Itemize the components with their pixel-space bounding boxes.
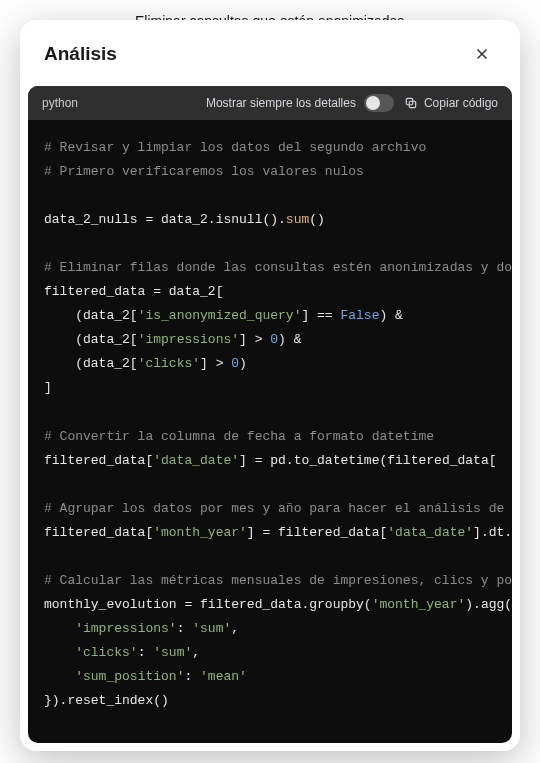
details-label: Mostrar siempre los detalles bbox=[206, 96, 356, 110]
code-line bbox=[44, 645, 75, 660]
code-string: 'impressions' bbox=[138, 332, 239, 347]
code-string: 'impressions' bbox=[75, 621, 176, 636]
code-line: (data_2[ bbox=[44, 332, 138, 347]
code-string: 'month_year' bbox=[372, 597, 466, 612]
details-toggle-group: Mostrar siempre los detalles bbox=[206, 94, 394, 112]
code-string: 'data_date' bbox=[153, 453, 239, 468]
code-comment: # Eliminar filas donde las consultas est… bbox=[44, 260, 512, 275]
code-num: 0 bbox=[231, 356, 239, 371]
code-comment: # Primero verificaremos los valores nulo… bbox=[44, 164, 364, 179]
copy-label: Copiar código bbox=[424, 96, 498, 110]
code-line: }).reset_index() bbox=[44, 693, 169, 708]
code-comment: # Convertir la columna de fecha a format… bbox=[44, 429, 434, 444]
code-string: 'sum_position' bbox=[75, 669, 184, 684]
code-line: ] bbox=[44, 380, 52, 395]
code-string: 'data_date' bbox=[387, 525, 473, 540]
code-string: 'clicks' bbox=[75, 645, 137, 660]
code-line: ] == bbox=[301, 308, 340, 323]
code-line: ] > bbox=[200, 356, 231, 371]
code-builtin: sum bbox=[286, 212, 309, 227]
code-line: filtered_data[ bbox=[44, 525, 153, 540]
code-num: 0 bbox=[270, 332, 278, 347]
code-toolbar: python Mostrar siempre los detalles Copi… bbox=[28, 86, 512, 120]
code-line bbox=[44, 669, 75, 684]
code-body[interactable]: # Revisar y limpiar los datos del segund… bbox=[28, 120, 512, 743]
code-string: 'is_anonymized_query' bbox=[138, 308, 302, 323]
code-line: , bbox=[192, 645, 200, 660]
code-line: ].dt.to_period( bbox=[473, 525, 512, 540]
code-comment: # Agrupar los datos por mes y año para h… bbox=[44, 501, 512, 516]
code-line: : bbox=[184, 669, 200, 684]
code-line: filtered_data = data_2[ bbox=[44, 284, 223, 299]
code-string: 'mean' bbox=[200, 669, 247, 684]
code-string: 'sum' bbox=[153, 645, 192, 660]
analysis-modal: Análisis python Mostrar siempre los deta… bbox=[20, 20, 520, 751]
close-button[interactable] bbox=[468, 40, 496, 68]
code-comment: # Revisar y limpiar los datos del segund… bbox=[44, 140, 426, 155]
details-toggle[interactable] bbox=[364, 94, 394, 112]
modal-title: Análisis bbox=[44, 43, 117, 65]
code-string: 'sum' bbox=[192, 621, 231, 636]
code-comment: # Calcular las métricas mensuales de imp… bbox=[44, 573, 512, 588]
code-line: filtered_data[ bbox=[44, 453, 153, 468]
code-line: ) & bbox=[379, 308, 402, 323]
code-line: , bbox=[231, 621, 239, 636]
copy-code-button[interactable]: Copiar código bbox=[404, 96, 498, 110]
modal-header: Análisis bbox=[20, 20, 520, 86]
code-string: 'month_year' bbox=[153, 525, 247, 540]
code-line: monthly_evolution = filtered_data.groupb… bbox=[44, 597, 372, 612]
code-line: () bbox=[309, 212, 325, 227]
code-line: ).agg({ bbox=[465, 597, 512, 612]
code-line: ] = filtered_data[ bbox=[247, 525, 387, 540]
code-line: ] > bbox=[239, 332, 270, 347]
language-label: python bbox=[42, 96, 78, 110]
code-line: ) bbox=[239, 356, 247, 371]
code-string: 'clicks' bbox=[138, 356, 200, 371]
code-line: (data_2[ bbox=[44, 356, 138, 371]
code-line: data_2_nulls = data_2.isnull(). bbox=[44, 212, 286, 227]
close-icon bbox=[473, 45, 491, 63]
code-line: ) & bbox=[278, 332, 301, 347]
code-line: : bbox=[138, 645, 154, 660]
code-line: : bbox=[177, 621, 193, 636]
toggle-knob bbox=[366, 96, 380, 110]
code-line: ] = pd.to_datetime(filtered_data[ bbox=[239, 453, 496, 468]
code-line bbox=[44, 621, 75, 636]
code-block: python Mostrar siempre los detalles Copi… bbox=[28, 86, 512, 743]
copy-icon bbox=[404, 96, 418, 110]
code-line: (data_2[ bbox=[44, 308, 138, 323]
code-const: False bbox=[340, 308, 379, 323]
